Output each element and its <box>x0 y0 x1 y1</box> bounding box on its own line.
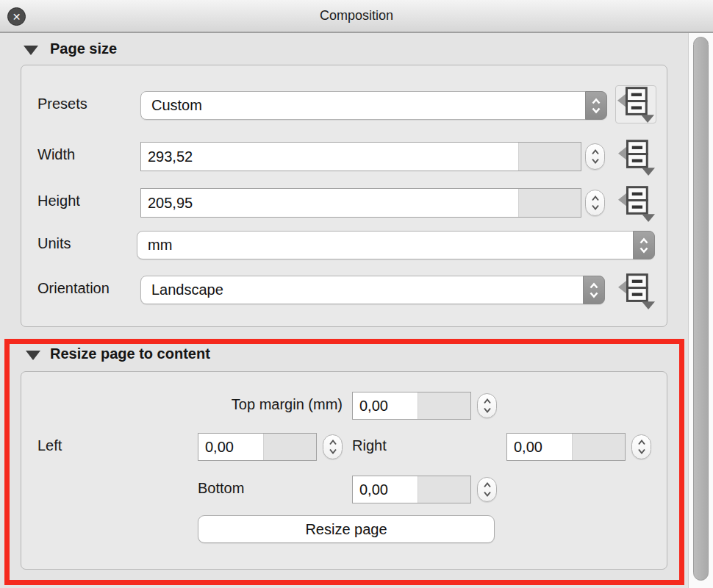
data-defined-override-icon <box>617 273 656 309</box>
chevron-updown-icon <box>591 148 600 165</box>
spinbox-fill-segment <box>418 392 470 419</box>
width-input[interactable] <box>141 143 512 171</box>
chevron-updown-icon <box>483 481 492 498</box>
height-data-defined-override-button[interactable] <box>617 185 658 223</box>
width-spinbox[interactable] <box>140 142 581 171</box>
units-combobox[interactable]: mm <box>137 231 655 259</box>
height-label: Height <box>37 193 80 209</box>
collapse-triangle-icon[interactable] <box>24 46 38 55</box>
presets-data-defined-override-button[interactable] <box>615 85 656 123</box>
data-defined-override-icon <box>617 185 656 222</box>
scrollbar-thumb[interactable] <box>693 37 709 581</box>
left-margin-input[interactable] <box>198 434 263 460</box>
collapse-triangle-icon[interactable] <box>26 351 40 360</box>
chevron-updown-icon <box>585 91 607 120</box>
height-spinbox[interactable] <box>140 188 581 218</box>
presets-value: Custom <box>151 97 202 114</box>
spinbox-fill-segment <box>263 434 316 460</box>
resize-groupbox: Top margin (mm) Left Right Bottom Resize… <box>21 371 667 570</box>
orientation-combobox[interactable]: Landscape <box>140 276 605 304</box>
chevron-updown-icon <box>483 397 492 415</box>
chevron-updown-icon <box>583 276 605 304</box>
spinbox-fill-segment <box>518 143 581 171</box>
bottom-margin-input[interactable] <box>353 476 418 503</box>
resize-section-header[interactable]: Resize page to content <box>50 345 210 362</box>
top-margin-stepper[interactable] <box>477 393 497 418</box>
presets-combobox[interactable]: Custom <box>140 91 607 120</box>
right-margin-stepper[interactable] <box>631 434 651 459</box>
left-margin-spinbox[interactable] <box>198 433 317 461</box>
top-margin-label: Top margin (mm) <box>154 396 343 413</box>
left-margin-stepper[interactable] <box>323 434 343 459</box>
orientation-label: Orientation <box>37 280 110 297</box>
data-defined-override-icon <box>617 139 656 176</box>
chevron-updown-icon <box>637 438 646 456</box>
vertical-scrollbar[interactable] <box>688 33 713 588</box>
width-stepper[interactable] <box>585 143 605 170</box>
top-margin-spinbox[interactable] <box>352 392 471 420</box>
units-label: Units <box>37 235 71 252</box>
bottom-margin-stepper[interactable] <box>477 477 497 502</box>
width-label: Width <box>37 146 75 163</box>
spinbox-fill-segment <box>572 434 625 460</box>
bottom-margin-spinbox[interactable] <box>352 476 471 503</box>
chevron-updown-icon <box>591 194 600 212</box>
orientation-data-defined-override-button[interactable] <box>617 273 658 311</box>
chevron-updown-icon <box>329 438 337 456</box>
chevron-updown-icon <box>633 231 655 259</box>
orientation-value: Landscape <box>151 282 223 298</box>
presets-label: Presets <box>37 96 87 112</box>
spinbox-fill-segment <box>518 189 581 217</box>
page-size-groupbox: Presets Custom Width <box>21 65 667 327</box>
height-stepper[interactable] <box>585 190 605 216</box>
page-size-section-header[interactable]: Page size <box>50 40 117 57</box>
spinbox-fill-segment <box>418 476 470 503</box>
top-margin-input[interactable] <box>353 392 418 419</box>
window-titlebar: ✕ Composition <box>0 0 713 33</box>
bottom-margin-label: Bottom <box>198 480 244 497</box>
data-defined-override-icon <box>616 86 656 123</box>
width-data-defined-override-button[interactable] <box>617 139 658 177</box>
left-margin-label: Left <box>37 437 62 454</box>
height-input[interactable] <box>141 189 512 217</box>
window-title: Composition <box>0 8 713 24</box>
units-value: mm <box>148 237 172 254</box>
right-margin-input[interactable] <box>507 434 572 460</box>
right-margin-label: Right <box>352 437 387 454</box>
resize-page-button[interactable]: Resize page <box>198 515 495 543</box>
right-margin-spinbox[interactable] <box>506 433 626 461</box>
